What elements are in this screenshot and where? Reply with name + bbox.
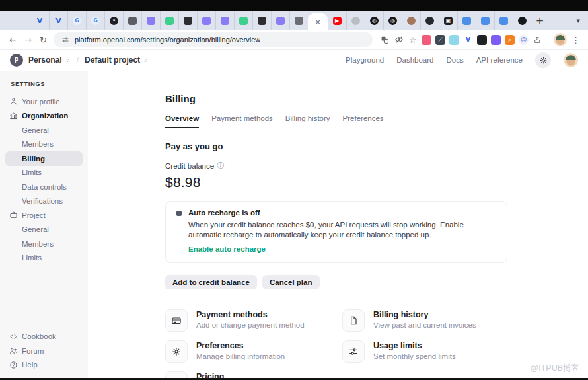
pinned-tab-purple[interactable] — [141, 11, 160, 30]
sidebar-item-data-controls[interactable]: Data controls — [5, 180, 83, 194]
site-settings-icon[interactable] — [61, 33, 70, 47]
sidebar-item-label: Forum — [22, 347, 44, 355]
sidebar-item-members[interactable]: Members — [5, 137, 83, 152]
sidebar-item-organization[interactable]: Organization — [5, 109, 83, 124]
browser-toolbar: ← → ↻ platform.openai.com/settings/organ… — [0, 30, 588, 50]
sidebar-item-general[interactable]: General — [5, 123, 83, 137]
forward-button[interactable]: → — [20, 32, 36, 48]
pinned-tab-youtube[interactable]: ▶ — [328, 11, 346, 30]
address-bar[interactable]: platform.openai.com/settings/organizatio… — [54, 32, 373, 47]
tab-overview[interactable]: Overview — [165, 114, 199, 128]
card-preferences[interactable]: PreferencesManage billing information — [165, 340, 342, 363]
building-icon — [9, 112, 18, 120]
notice-body: When your credit balance reaches $0, you… — [188, 220, 494, 241]
info-icon[interactable]: ⓘ — [217, 161, 224, 171]
pinned-tab-openai[interactable]: ◎ — [365, 11, 383, 30]
settings-gear-button[interactable] — [535, 52, 551, 68]
pinned-tab-gemini[interactable]: G — [67, 11, 86, 30]
extension-black[interactable] — [477, 35, 487, 45]
url-text: platform.openai.com/settings/organizatio… — [75, 36, 260, 44]
extension-blue-v[interactable]: V — [463, 35, 473, 45]
reload-button[interactable]: ↻ — [36, 32, 51, 48]
auto-recharge-off-icon — [176, 211, 182, 216]
pinned-tab-purple[interactable] — [271, 11, 289, 30]
sidebar-item-limits[interactable]: Limits — [5, 166, 83, 180]
help-icon — [9, 361, 18, 369]
add-to-credit-balance-button[interactable]: Add to credit balance — [165, 275, 257, 289]
pinned-tab-openai[interactable]: ◎ — [383, 11, 402, 30]
cancel-plan-button[interactable]: Cancel plan — [262, 275, 320, 289]
card-usage-limits[interactable]: Usage limitsSet monthly spend limits — [342, 340, 519, 363]
card-description: Set monthly spend limits — [373, 352, 456, 360]
pinned-tab-dark-square[interactable] — [123, 11, 141, 30]
extension-orange[interactable]: ⌕ — [505, 35, 515, 45]
briefcase-icon — [9, 211, 18, 219]
card-payment-methods[interactable]: Payment methodsAdd or change payment met… — [165, 309, 342, 332]
extension-dark[interactable]: ⟋ — [435, 35, 445, 45]
pinned-tab-green[interactable] — [160, 11, 178, 30]
pinned-tab-dark-circle[interactable]: • — [104, 11, 123, 30]
eye-off-icon[interactable] — [392, 33, 406, 47]
pinned-tab-blue-v[interactable]: V — [30, 11, 49, 30]
sidebar-item-forum[interactable]: Forum — [5, 344, 83, 358]
sidebar-item-help[interactable]: Help — [5, 358, 83, 373]
pinned-tab-blue[interactable] — [494, 11, 513, 30]
tab-payment-methods[interactable]: Payment methods — [211, 114, 273, 128]
nav-link-dashboard[interactable]: Dashboard — [396, 56, 433, 64]
tab-billing-history[interactable]: Billing history — [285, 114, 330, 128]
pinned-tab-blue-v[interactable]: V — [49, 11, 67, 30]
org-switcher[interactable]: Personal — [28, 56, 71, 65]
new-tab-button[interactable]: + — [531, 11, 548, 30]
pinned-tab-black[interactable] — [178, 11, 197, 30]
sidebar-item-limits[interactable]: Limits — [5, 251, 83, 266]
pinned-tab-purple[interactable] — [215, 11, 234, 30]
nav-link-playground[interactable]: Playground — [346, 56, 384, 64]
sidebar-item-project[interactable]: Project — [5, 208, 83, 223]
tab-overflow-chevron-icon[interactable]: ▾ — [576, 17, 580, 25]
nav-link-docs[interactable]: Docs — [446, 56, 463, 64]
sidebar-item-cookbook[interactable]: Cookbook — [5, 330, 83, 344]
tab-close-icon[interactable]: × — [314, 18, 320, 26]
browser-profile-avatar[interactable] — [554, 33, 567, 46]
pinned-tab-brown[interactable] — [402, 11, 420, 30]
translate-icon[interactable] — [378, 33, 392, 47]
extension-teal[interactable] — [449, 35, 459, 45]
sidebar-item-verifications[interactable]: Verifications — [5, 194, 83, 209]
back-button[interactable]: ← — [5, 32, 20, 48]
extension-purple[interactable] — [491, 35, 501, 45]
sidebar-item-your-profile[interactable]: Your profile — [5, 95, 83, 109]
tab-preferences[interactable]: Preferences — [343, 114, 384, 128]
sidebar-item-billing[interactable]: Billing — [5, 151, 83, 166]
user-avatar[interactable] — [564, 53, 578, 67]
sidebar-item-general[interactable]: General — [5, 223, 83, 237]
project-switcher[interactable]: Default project — [85, 56, 149, 65]
document-icon — [342, 309, 365, 332]
pinned-tab-black-square[interactable]: ▣ — [439, 11, 457, 30]
pinned-tab-blue[interactable] — [476, 11, 494, 30]
pinned-tab-github[interactable] — [420, 11, 439, 30]
extensions-puzzle-icon[interactable] — [531, 33, 544, 47]
active-tab[interactable]: × — [308, 13, 328, 30]
extension-face[interactable]: ☺ — [519, 35, 529, 45]
platform-header: P Personal / Default project PlaygroundD… — [0, 50, 588, 71]
notice-title: Auto recharge is off — [188, 209, 494, 217]
org-avatar[interactable]: P — [10, 54, 23, 67]
pinned-tab-green[interactable] — [234, 11, 252, 30]
nav-link-api-reference[interactable]: API reference — [476, 56, 523, 64]
card-billing-history[interactable]: Billing historyView past and current inv… — [342, 309, 519, 332]
chevron-updown-icon — [143, 57, 149, 63]
chevron-updown-icon — [65, 57, 71, 63]
pinned-tab-black[interactable] — [252, 11, 271, 30]
enable-auto-recharge-link[interactable]: Enable auto recharge — [188, 245, 266, 253]
pinned-tab-gemini[interactable]: G — [86, 11, 104, 30]
bookmark-star-icon[interactable]: ☆ — [406, 33, 420, 47]
browser-menu-icon[interactable]: ⋮ — [569, 33, 583, 47]
pinned-tab-purple[interactable] — [197, 11, 215, 30]
pinned-tab-dark-circle[interactable] — [513, 11, 531, 30]
sidebar-item-members[interactable]: Members — [5, 237, 83, 251]
plan-heading: Pay as you go — [165, 141, 588, 151]
extension-pink[interactable] — [422, 35, 431, 45]
pinned-tab-gray[interactable] — [289, 11, 308, 30]
pinned-tab-gray-circle[interactable] — [346, 11, 365, 30]
pinned-tab-blue[interactable] — [457, 11, 476, 30]
